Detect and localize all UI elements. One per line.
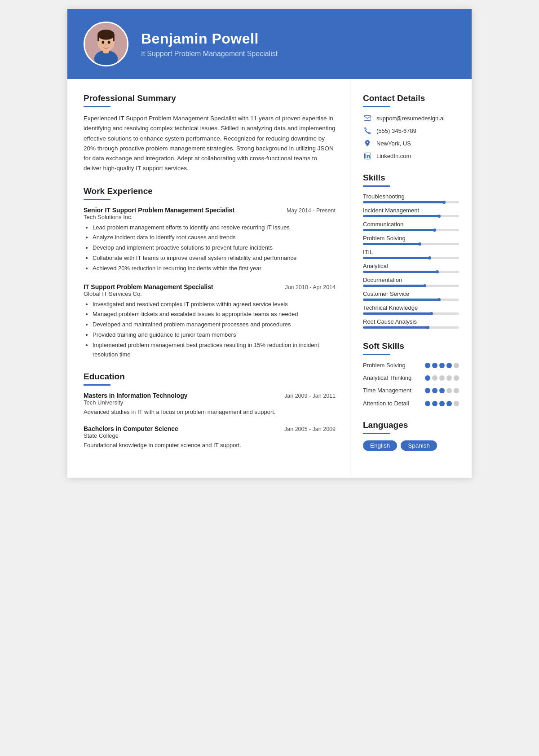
skill-bar-bg (363, 299, 459, 301)
dot-empty (454, 363, 459, 368)
job-item: IT Support Problem Management Specialist… (84, 283, 336, 360)
job-date: Jun 2010 - Apr 2014 (285, 284, 336, 290)
edu-container: Masters in Information Technology Jan 20… (84, 392, 336, 449)
skill-item: Incident Management (363, 207, 459, 217)
dot-filled (432, 388, 437, 393)
skill-item: Troubleshooting (363, 193, 459, 203)
skill-bar-fill (363, 243, 420, 245)
soft-skills-container: Problem Solving Analytical Thinking Time… (363, 361, 459, 408)
linkedin-icon (363, 151, 372, 160)
left-column: Professional Summary Experienced IT Supp… (67, 79, 350, 478)
education-title: Education (84, 372, 336, 382)
summary-section: Professional Summary Experienced IT Supp… (84, 93, 336, 174)
edu-date: Jan 2005 - Jan 2009 (284, 426, 336, 432)
language-tag: Spanish (401, 440, 437, 451)
skill-name: Customer Service (363, 290, 459, 297)
svg-point-7 (102, 41, 105, 44)
skill-bar-bg (363, 243, 459, 245)
contact-title: Contact Details (363, 93, 459, 103)
svg-rect-10 (364, 116, 371, 121)
contact-underline (363, 106, 390, 107)
summary-text: Experienced IT Support Problem Managemen… (84, 114, 336, 174)
languages-underline (363, 433, 390, 434)
dot-empty (432, 375, 437, 381)
job-bullet: Investigated and resolved complex IT pro… (93, 300, 336, 309)
contact-email: support@resumedesign.ai (376, 115, 445, 122)
email-icon (363, 114, 372, 123)
job-title: IT Support Problem Management Specialist (84, 283, 213, 290)
skill-bar-bg (363, 271, 459, 273)
skill-bar-fill (363, 215, 440, 217)
edu-school: State College (84, 432, 336, 439)
language-tag: English (363, 440, 397, 451)
dot-empty (454, 401, 459, 406)
svg-rect-12 (365, 155, 366, 158)
job-bullet: Lead problem management efforts to ident… (93, 223, 336, 233)
avatar (84, 22, 128, 66)
skills-container: Troubleshooting Incident Management Comm… (363, 193, 459, 329)
edu-degree: Masters in Information Technology (84, 392, 188, 399)
header: Benjamin Powell It Support Problem Manag… (67, 9, 472, 79)
skill-name: Documentation (363, 277, 459, 283)
job-bullet: Provided training and guidance to junior… (93, 330, 336, 340)
experience-underline (84, 199, 110, 200)
soft-skill-name: Analytical Thinking (363, 374, 411, 382)
job-date: May 2014 - Present (287, 207, 336, 214)
experience-title: Work Experience (84, 186, 336, 196)
dot-empty (439, 375, 445, 381)
summary-title: Professional Summary (84, 93, 336, 103)
skills-underline (363, 185, 390, 187)
skill-item: Customer Service (363, 290, 459, 301)
skill-item: ITIL (363, 249, 459, 259)
skill-bar-fill (363, 285, 425, 287)
soft-skill-name: Attention to Detail (363, 400, 409, 408)
experience-section: Work Experience Senior IT Support Proble… (84, 186, 336, 360)
skill-bar-bg (363, 215, 459, 217)
dot-filled (425, 388, 430, 393)
skill-bar-bg (363, 201, 459, 203)
skills-title: Skills (363, 173, 459, 183)
job-bullets: Investigated and resolved complex IT pro… (84, 300, 336, 360)
soft-skills-underline (363, 354, 390, 355)
svg-point-9 (105, 44, 107, 45)
dot-empty (446, 388, 452, 393)
skill-bar-fill (363, 312, 432, 315)
skill-item: Problem Solving (363, 235, 459, 245)
contact-location-item: NewYork, US (363, 139, 459, 148)
dot-filled (425, 375, 430, 381)
skill-item: Root Cause Analysis (363, 318, 459, 329)
skills-section: Skills Troubleshooting Incident Manageme… (363, 173, 459, 329)
header-info: Benjamin Powell It Support Problem Manag… (141, 31, 455, 58)
skill-bar-fill (363, 229, 435, 231)
soft-dots (425, 401, 459, 406)
edu-item: Bachelors in Computer Science Jan 2005 -… (84, 425, 336, 450)
soft-skill-item: Analytical Thinking (363, 374, 459, 382)
location-icon (363, 139, 372, 148)
job-title: Senior IT Support Problem Management Spe… (84, 207, 234, 214)
dot-filled (446, 363, 452, 368)
dot-filled (439, 388, 445, 393)
contact-phone-item: (555) 345-6789 (363, 126, 459, 135)
skill-item: Analytical (363, 263, 459, 273)
skill-name: Problem Solving (363, 235, 459, 242)
skill-bar-fill (363, 326, 429, 329)
soft-skills-section: Soft Skills Problem Solving Analytical T… (363, 341, 459, 408)
languages-section: Languages EnglishSpanish (363, 420, 459, 451)
skill-name: Communication (363, 221, 459, 228)
education-section: Education Masters in Information Technol… (84, 372, 336, 449)
soft-dots (425, 375, 459, 381)
soft-skill-item: Problem Solving (363, 361, 459, 369)
phone-icon (363, 126, 372, 135)
soft-skill-name: Problem Solving (363, 361, 406, 369)
skill-bar-bg (363, 312, 459, 315)
skill-name: Technical Knowledge (363, 304, 459, 311)
education-underline (84, 384, 110, 386)
skill-name: Analytical (363, 263, 459, 269)
skill-bar-fill (363, 201, 445, 203)
skill-name: ITIL (363, 249, 459, 255)
svg-point-4 (97, 30, 115, 40)
edu-header: Masters in Information Technology Jan 20… (84, 392, 336, 399)
contact-section: Contact Details support@resumedesign.ai (363, 93, 459, 160)
job-bullet: Develop and implement proactive solution… (93, 243, 336, 253)
job-bullet: Managed problem tickets and escalated is… (93, 310, 336, 319)
